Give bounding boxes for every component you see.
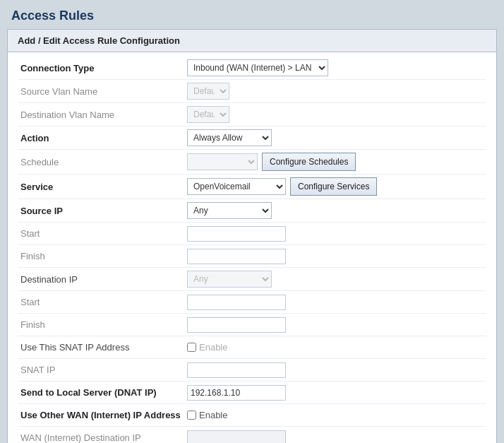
- label-action: Action: [18, 133, 187, 143]
- label-dnat-ip: Send to Local Server (DNAT IP): [18, 387, 187, 398]
- row-dest-ip: Destination IP Any: [18, 268, 486, 291]
- page-title: Access Rules: [0, 0, 504, 29]
- input-snat-ip[interactable]: [187, 362, 286, 378]
- select-schedule[interactable]: [187, 153, 258, 170]
- row-schedule: Schedule Configure Schedules: [18, 150, 486, 175]
- snat-enable-checkbox-label: Enable: [187, 342, 227, 353]
- label-dest-start: Start: [18, 297, 187, 307]
- control-wan-dest-ip: [187, 430, 486, 444]
- select-action[interactable]: Always Allow: [187, 129, 272, 146]
- control-source-ip: Any: [187, 202, 486, 219]
- label-source-finish: Finish: [18, 251, 187, 261]
- label-schedule: Schedule: [18, 157, 187, 167]
- label-wan-dest-ip: WAN (Internet) Destination IP: [18, 432, 187, 443]
- label-source-ip: Source IP: [18, 206, 187, 216]
- control-source-finish: [187, 249, 486, 264]
- label-source-start: Start: [18, 228, 187, 239]
- row-other-wan: Use Other WAN (Internet) IP Address Enab…: [18, 404, 486, 427]
- control-connection-type: Inbound (WAN (Internet) > LAN (Local Net…: [187, 59, 486, 76]
- control-dest-ip: Any: [187, 271, 486, 288]
- card-header: Add / Edit Access Rule Configuration: [8, 30, 496, 52]
- control-source-vlan: Default: [187, 83, 486, 100]
- configure-services-button[interactable]: Configure Services: [290, 177, 377, 196]
- select-dest-ip[interactable]: Any: [187, 271, 272, 288]
- other-wan-checkbox-label: Enable: [187, 410, 227, 420]
- control-snat-enable: Enable: [187, 342, 486, 353]
- control-schedule: Configure Schedules: [187, 153, 486, 171]
- row-dest-finish: Finish: [18, 314, 486, 336]
- label-snat-ip: SNAT IP: [18, 365, 187, 375]
- input-source-finish[interactable]: [187, 249, 286, 264]
- control-other-wan: Enable: [187, 410, 486, 420]
- configure-schedules-button[interactable]: Configure Schedules: [262, 153, 356, 171]
- row-dest-start: Start: [18, 291, 486, 314]
- row-snat-ip: SNAT IP: [18, 359, 486, 382]
- label-source-vlan: Source Vlan Name: [18, 86, 187, 97]
- control-dest-finish: [187, 317, 486, 333]
- input-source-start[interactable]: [187, 226, 286, 242]
- label-snat-enable: Use This SNAT IP Address: [18, 342, 187, 353]
- label-dest-finish: Finish: [18, 319, 187, 330]
- row-service: Service OpenVoicemail Configure Services: [18, 175, 486, 199]
- select-source-vlan[interactable]: Default: [187, 83, 229, 100]
- label-dest-vlan: Destination Vlan Name: [18, 110, 187, 120]
- snat-enable-checkbox[interactable]: [187, 343, 196, 352]
- input-dest-finish[interactable]: [187, 317, 286, 333]
- row-snat-enable: Use This SNAT IP Address Enable: [18, 336, 486, 359]
- select-dest-vlan[interactable]: Default: [187, 106, 229, 123]
- input-wan-dest-ip[interactable]: [187, 430, 286, 444]
- row-action: Action Always Allow: [18, 126, 486, 150]
- row-source-start: Start: [18, 223, 486, 245]
- label-connection-type: Connection Type: [18, 63, 187, 73]
- other-wan-enable-label: Enable: [199, 410, 227, 420]
- row-source-vlan: Source Vlan Name Default: [18, 80, 486, 103]
- input-dnat-ip[interactable]: [187, 385, 286, 401]
- form-body: Connection Type Inbound (WAN (Internet) …: [8, 52, 496, 443]
- select-source-ip[interactable]: Any: [187, 202, 272, 219]
- snat-enable-label: Enable: [199, 342, 227, 353]
- label-other-wan: Use Other WAN (Internet) IP Address: [18, 410, 187, 420]
- control-dnat-ip: [187, 385, 486, 401]
- row-wan-dest-ip: WAN (Internet) Destination IP: [18, 427, 486, 443]
- row-source-ip: Source IP Any: [18, 199, 486, 223]
- control-service: OpenVoicemail Configure Services: [187, 177, 486, 196]
- row-dnat-ip: Send to Local Server (DNAT IP): [18, 382, 486, 404]
- row-dest-vlan: Destination Vlan Name Default: [18, 103, 486, 126]
- control-dest-start: [187, 295, 486, 310]
- label-dest-ip: Destination IP: [18, 274, 187, 285]
- other-wan-checkbox[interactable]: [187, 410, 196, 420]
- access-rules-card: Add / Edit Access Rule Configuration Con…: [7, 29, 497, 443]
- control-source-start: [187, 226, 486, 242]
- select-connection-type[interactable]: Inbound (WAN (Internet) > LAN (Local Net…: [187, 59, 328, 76]
- control-dest-vlan: Default: [187, 106, 486, 123]
- label-service: Service: [18, 182, 187, 192]
- select-service[interactable]: OpenVoicemail: [187, 178, 286, 195]
- control-action: Always Allow: [187, 129, 486, 146]
- input-dest-start[interactable]: [187, 295, 286, 310]
- control-snat-ip: [187, 362, 486, 378]
- row-source-finish: Finish: [18, 245, 486, 268]
- row-connection-type: Connection Type Inbound (WAN (Internet) …: [18, 57, 486, 80]
